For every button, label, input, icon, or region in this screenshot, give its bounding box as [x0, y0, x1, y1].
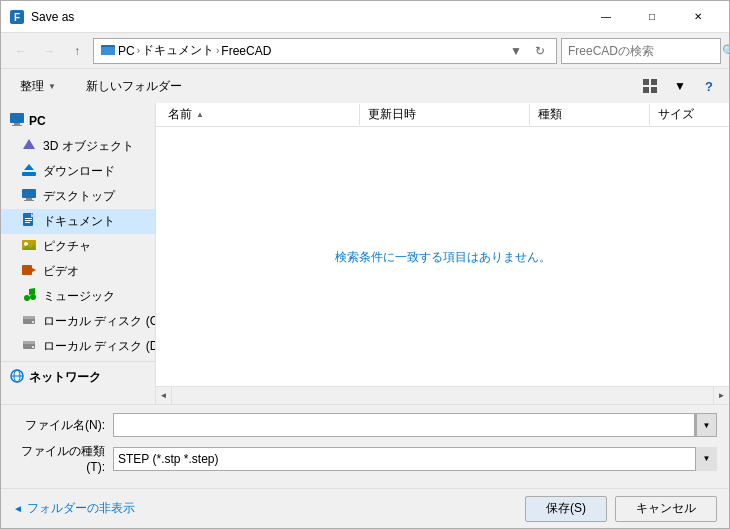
sidebar-item-downloads[interactable]: ダウンロード: [1, 159, 155, 184]
col-header-date[interactable]: 更新日時: [360, 104, 530, 125]
svg-marker-18: [31, 213, 35, 217]
col-header-name[interactable]: 名前 ▲: [160, 104, 360, 125]
file-panel: 名前 ▲ 更新日時 種類 サイズ 検索条件に一致する項目はありません。 ◄: [156, 103, 729, 404]
svg-marker-13: [24, 164, 34, 170]
3d-icon: [21, 137, 37, 156]
svg-text:F: F: [14, 12, 20, 23]
col-header-size[interactable]: サイズ: [650, 104, 729, 125]
svg-rect-9: [14, 123, 20, 125]
picture-icon: [21, 237, 37, 256]
close-button[interactable]: ✕: [675, 1, 721, 33]
save-button[interactable]: 保存(S): [525, 496, 607, 522]
view-dropdown-button[interactable]: ▼: [667, 73, 693, 99]
forward-button[interactable]: →: [37, 39, 61, 63]
search-box[interactable]: 🔍: [561, 38, 721, 64]
sidebar-item-diskc[interactable]: ローカル ディスク (C: [1, 309, 155, 334]
download-icon: [21, 162, 37, 181]
folder-toggle[interactable]: ◄ フォルダーの非表示: [13, 500, 135, 517]
pc-icon: [9, 111, 25, 130]
sidebar-item-diskd[interactable]: ローカル ディスク (D: [1, 334, 155, 359]
bottom-section: ファイル名(N): ▼ ファイルの種類(T): STEP (*.stp *.st…: [1, 404, 729, 488]
sidebar-item-music[interactable]: ミュージック: [1, 284, 155, 309]
dialog-save-as: F Save as — □ ✕ ← → ↑ PC › ドキュメン: [0, 0, 730, 529]
footer-buttons: 保存(S) キャンセル: [525, 496, 717, 522]
disk-d-icon: [21, 337, 37, 356]
svg-rect-4: [643, 79, 649, 85]
up-button[interactable]: ↑: [65, 39, 89, 63]
view-mode-button[interactable]: [637, 73, 663, 99]
svg-rect-16: [24, 200, 34, 201]
file-column-headers: 名前 ▲ 更新日時 種類 サイズ: [156, 103, 729, 127]
document-icon: [21, 212, 37, 231]
sidebar-section-pc: PC: [1, 107, 155, 134]
svg-rect-20: [25, 220, 32, 221]
breadcrumb: PC › ドキュメント › FreeCAD: [100, 41, 502, 60]
svg-rect-3: [101, 47, 115, 55]
svg-rect-19: [25, 218, 32, 219]
video-icon: [21, 262, 37, 281]
organize-dropdown-arrow: ▼: [48, 82, 56, 91]
network-label: ネットワーク: [29, 369, 101, 386]
music-icon: [21, 287, 37, 306]
filename-input[interactable]: [113, 413, 695, 437]
help-button[interactable]: ?: [697, 74, 721, 98]
col-header-type[interactable]: 種類: [530, 104, 650, 125]
sidebar-section-pc-label: PC: [29, 114, 46, 128]
sidebar-item-videos[interactable]: ビデオ: [1, 259, 155, 284]
svg-rect-25: [22, 265, 32, 275]
minimize-button[interactable]: —: [583, 1, 629, 33]
disk-c-icon: [21, 312, 37, 331]
window-controls: — □ ✕: [583, 1, 721, 33]
view-controls: ▼ ?: [637, 73, 721, 99]
main-content: PC 3D オブジェクト ダウンロード: [1, 103, 729, 404]
sort-arrow-name: ▲: [196, 110, 204, 119]
svg-marker-11: [23, 139, 35, 149]
search-input[interactable]: [568, 44, 718, 58]
svg-rect-6: [643, 87, 649, 93]
svg-rect-33: [23, 341, 35, 344]
desktop-icon: [21, 187, 37, 206]
scroll-left-button[interactable]: ◄: [156, 387, 172, 405]
sidebar-divider: [1, 361, 155, 362]
horizontal-scrollbar[interactable]: ◄ ►: [156, 386, 729, 404]
folder-toggle-label: フォルダーの非表示: [27, 500, 135, 517]
sidebar-item-desktop[interactable]: デスクトップ: [1, 184, 155, 209]
svg-point-27: [24, 295, 30, 301]
svg-point-34: [32, 346, 34, 348]
filetype-select[interactable]: STEP (*.stp *.step): [113, 447, 717, 471]
filetype-select-wrapper: STEP (*.stp *.step) ▼: [113, 447, 717, 471]
footer-bar: ◄ フォルダーの非表示 保存(S) キャンセル: [1, 488, 729, 528]
filename-label: ファイル名(N):: [13, 417, 113, 434]
svg-marker-26: [32, 268, 36, 272]
sidebar-item-pictures[interactable]: ピクチャ: [1, 234, 155, 259]
scroll-right-button[interactable]: ►: [713, 387, 729, 405]
sidebar: PC 3D オブジェクト ダウンロード: [1, 103, 156, 404]
window-title: Save as: [31, 10, 583, 24]
app-icon: F: [9, 9, 25, 25]
search-icon: 🔍: [722, 44, 730, 58]
sidebar-item-3dobjects[interactable]: 3D オブジェクト: [1, 134, 155, 159]
filetype-row: ファイルの種類(T): STEP (*.stp *.step) ▼: [13, 443, 717, 474]
address-bar[interactable]: PC › ドキュメント › FreeCAD ▼ ↻: [93, 38, 557, 64]
folder-icon: [100, 41, 116, 60]
scroll-track[interactable]: [172, 387, 713, 405]
svg-point-28: [30, 294, 36, 300]
maximize-button[interactable]: □: [629, 1, 675, 33]
empty-message: 検索条件に一致する項目はありません。: [335, 248, 551, 265]
cancel-button[interactable]: キャンセル: [615, 496, 717, 522]
back-button[interactable]: ←: [9, 39, 33, 63]
new-folder-button[interactable]: 新しいフォルダー: [75, 73, 193, 99]
svg-rect-30: [23, 316, 35, 319]
title-bar: F Save as — □ ✕: [1, 1, 729, 33]
action-bar: 整理 ▼ 新しいフォルダー ▼ ?: [1, 69, 729, 103]
svg-point-31: [32, 321, 34, 323]
svg-rect-15: [26, 198, 32, 200]
sidebar-item-network[interactable]: ネットワーク: [1, 364, 155, 391]
organize-button[interactable]: 整理 ▼: [9, 73, 67, 99]
refresh-button[interactable]: ↻: [530, 41, 550, 61]
folder-toggle-icon: ◄: [13, 503, 23, 514]
nav-toolbar: ← → ↑ PC › ドキュメント › FreeCAD ▼ ↻: [1, 33, 729, 69]
address-dropdown-arrow[interactable]: ▼: [506, 41, 526, 61]
sidebar-item-documents[interactable]: ドキュメント: [1, 209, 155, 234]
svg-rect-10: [12, 125, 22, 126]
